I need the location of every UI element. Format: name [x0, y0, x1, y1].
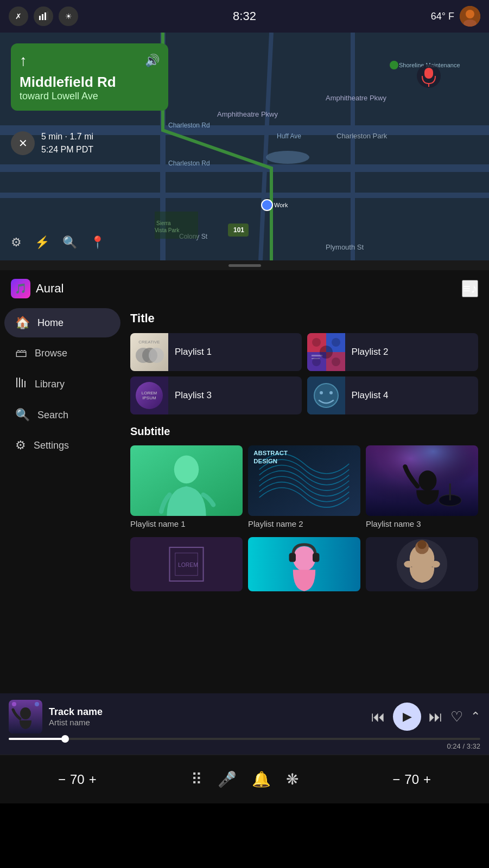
nav-toward: toward Lowell Ave [20, 91, 160, 102]
settings-map-button[interactable]: ⚙ [11, 235, 22, 250]
svg-rect-2 [45, 12, 46, 20]
nav-details: 5 min · 1.7 mi 5:24 PM PDT [41, 130, 93, 156]
svg-text:DESIGN: DESIGN [253, 458, 277, 464]
vol-right-minus[interactable]: − [392, 772, 400, 787]
user-avatar[interactable] [460, 6, 480, 27]
svg-text:Sierra: Sierra [156, 220, 171, 226]
brightness-icon: ☀ [59, 7, 78, 26]
card-3-label: Playlist name 3 [366, 519, 478, 528]
prev-button[interactable]: ⏮ [371, 709, 385, 725]
next-button[interactable]: ⏭ [429, 709, 443, 725]
playlist-1-label: Playlist 1 [175, 347, 212, 358]
library-icon [15, 376, 27, 392]
svg-text:Huff Ave: Huff Ave [277, 132, 301, 140]
vol-left-plus[interactable]: + [89, 772, 97, 787]
nav-info: ✕ 5 min · 1.7 mi 5:24 PM PDT [11, 130, 93, 156]
aural-logo-icon: 🎵 [11, 279, 30, 298]
playlist-thumb-4 [307, 376, 345, 414]
music-header: 🎵 Aural ≡♪ [0, 270, 489, 303]
drag-handle-bar [228, 264, 261, 267]
climate-button[interactable]: ❋ [286, 770, 299, 788]
svg-text:Charleston Rd: Charleston Rd [168, 122, 210, 129]
svg-text:Work: Work [274, 202, 288, 208]
drag-handle[interactable] [0, 260, 489, 270]
card-item-6[interactable] [366, 537, 478, 591]
track-name: Track name [49, 706, 365, 718]
svg-rect-36 [19, 378, 20, 387]
sidebar-library-label: Library [35, 379, 65, 390]
expand-button[interactable]: ⌃ [471, 710, 480, 724]
svg-point-52 [314, 384, 338, 407]
settings-icon: ⚙ [15, 438, 26, 452]
playlist-item-1[interactable]: CREATIVE Playlist 1 [130, 333, 302, 371]
nav-sound-icon: 🔊 [145, 54, 160, 68]
card-item-4[interactable]: LOREM [130, 537, 243, 591]
svg-point-48 [332, 338, 340, 347]
card-item-5[interactable] [248, 537, 360, 591]
svg-text:Charleston Park: Charleston Park [336, 132, 388, 140]
nav-close-button[interactable]: ✕ [11, 131, 35, 155]
home-icon: 🏠 [15, 316, 30, 330]
music-app: 🎵 Aural ≡♪ 🏠 Home 🗃 Browse [0, 270, 489, 693]
now-playing-main: Track name Artist name ⏮ ▶ ⏭ ♡ ⌃ [9, 700, 480, 733]
queue-button[interactable]: ≡♪ [462, 280, 478, 297]
progress-time: 0:24 / 3:32 [9, 742, 480, 750]
track-thumbnail [9, 700, 42, 733]
status-icons-left: ✗ ☀ [9, 7, 78, 26]
search-map-button[interactable]: 🔍 [62, 235, 77, 250]
card-item-3[interactable]: Playlist name 3 [366, 445, 478, 528]
sidebar-item-library[interactable]: Library [4, 369, 120, 399]
svg-point-26 [266, 151, 309, 164]
sidebar-settings-label: Settings [34, 440, 69, 451]
cards-row: Playlist name 1 [130, 445, 478, 528]
playlist-item-4[interactable]: Playlist 4 [307, 376, 479, 414]
svg-point-84 [12, 702, 16, 706]
progress-fill [9, 738, 65, 740]
sidebar-item-browse[interactable]: 🗃 Browse [4, 339, 120, 368]
svg-text:Amphitheatre Pkwy: Amphitheatre Pkwy [326, 94, 386, 102]
svg-rect-38 [24, 381, 26, 387]
card-thumb-2: ABSTRACT DESIGN [248, 445, 360, 516]
sidebar-search-label: Search [37, 410, 68, 421]
notification-button[interactable]: 🔔 [252, 770, 271, 788]
svg-point-78 [417, 540, 427, 549]
microphone-button[interactable]: 🎤 [218, 770, 237, 788]
svg-point-85 [35, 702, 39, 706]
svg-rect-33 [424, 68, 433, 79]
vol-left-minus[interactable]: − [58, 772, 66, 787]
clock: 8:32 [233, 9, 256, 23]
card-item-1[interactable]: Playlist name 1 [130, 445, 243, 528]
svg-point-63 [418, 470, 436, 490]
section-title: Title [130, 311, 478, 326]
playlist-thumb-2 [307, 333, 345, 371]
progress-bar[interactable] [9, 738, 480, 740]
svg-point-80 [431, 561, 440, 567]
grid-button[interactable]: ⠿ [191, 770, 202, 788]
routing-button[interactable]: ⚡ [35, 235, 49, 250]
playlist-2-label: Playlist 2 [352, 347, 389, 358]
player-controls: ⏮ ▶ ⏭ ♡ ⌃ [371, 703, 480, 731]
sidebar-item-settings[interactable]: ⚙ Settings [4, 431, 120, 460]
playlist-3-label: Playlist 3 [175, 390, 212, 401]
playlist-item-3[interactable]: LOREMIPSUM Playlist 3 [130, 376, 302, 414]
play-pause-button[interactable]: ▶ [393, 703, 421, 731]
browse-icon: 🗃 [15, 346, 27, 360]
playlist-item-2[interactable]: Playlist 2 [307, 333, 479, 371]
search-icon: 🔍 [15, 408, 30, 422]
svg-point-5 [466, 10, 474, 18]
card-2-label: Playlist name 2 [248, 519, 360, 528]
location-button[interactable]: 📍 [90, 235, 105, 250]
like-button[interactable]: ♡ [450, 709, 463, 725]
map-area: Charleston Rd Charleston Rd Huff Ave Amp… [0, 33, 489, 260]
svg-point-83 [20, 707, 31, 719]
svg-point-46 [320, 346, 333, 359]
svg-rect-37 [22, 379, 23, 387]
svg-text:Charleston Rd: Charleston Rd [168, 159, 210, 167]
sidebar-item-home[interactable]: 🏠 Home [4, 308, 120, 337]
card-item-2[interactable]: ABSTRACT DESIGN Playlist name 2 [248, 445, 360, 528]
playlist-4-label: Playlist 4 [352, 390, 389, 401]
svg-point-56 [174, 455, 199, 483]
vol-right-plus[interactable]: + [423, 772, 431, 787]
sidebar-item-search[interactable]: 🔍 Search [4, 400, 120, 430]
vol-left-control: − 70 + [58, 772, 97, 787]
